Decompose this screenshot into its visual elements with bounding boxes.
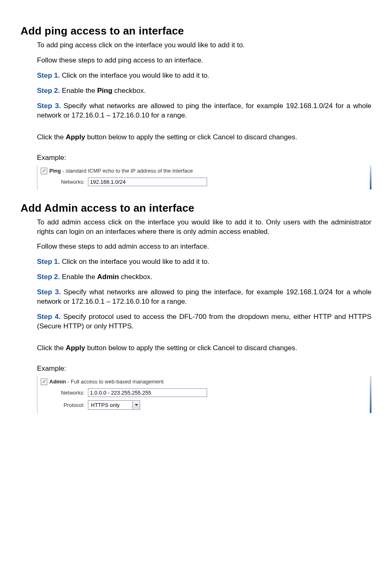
right-accent-bar-2 bbox=[370, 376, 371, 413]
admin-checkbox-row: ✓ Admin - Full access to web-based manag… bbox=[41, 379, 207, 385]
admin-widget: ✓ Admin - Full access to web-based manag… bbox=[37, 376, 371, 413]
s2-step3-text: Specify what networks are allowed to pin… bbox=[37, 288, 371, 305]
step1-bold: Step 1. bbox=[37, 72, 60, 79]
ping-checkbox[interactable]: ✓ bbox=[41, 168, 47, 174]
step2-end: checkbox. bbox=[112, 87, 145, 95]
s2-apply-bold: Apply bbox=[66, 344, 85, 352]
section2-title: Add Admin access to an interface bbox=[21, 202, 371, 215]
step2-check-word: Ping bbox=[97, 87, 113, 95]
section1-apply: Click the Apply button below to apply th… bbox=[37, 133, 371, 142]
ping-check-desc: - standard ICMP echo to the IP address o… bbox=[61, 168, 193, 174]
section2-step4: Step 4. Specify protocol used to access … bbox=[37, 312, 371, 331]
step2-mid: Enable the bbox=[60, 87, 97, 95]
ping-networks-label: Networks: bbox=[55, 179, 85, 185]
section1-step2: Step 2. Enable the Ping checkbox. bbox=[37, 86, 371, 96]
section2-intro: To add admin access click on the interfa… bbox=[37, 218, 371, 237]
section1-follow: Follow these steps to add ping access to… bbox=[37, 56, 371, 65]
step2-bold: Step 2. bbox=[37, 87, 60, 95]
right-accent-bar bbox=[370, 165, 371, 189]
section1-intro: To add ping access click on the interfac… bbox=[37, 41, 371, 50]
apply-bold: Apply bbox=[66, 133, 85, 141]
section2-step2: Step 2. Enable the Admin checkbox. bbox=[37, 272, 371, 282]
admin-protocol-label: Protocol: bbox=[55, 402, 85, 408]
section1-title: Add ping access to an interface bbox=[21, 25, 371, 37]
s2-apply-pre: Click the bbox=[37, 344, 66, 352]
admin-checkbox[interactable]: ✓ bbox=[41, 379, 47, 385]
admin-protocol-line: Protocol: HTTPS only bbox=[55, 400, 207, 410]
step1-text: Click on the interface you would like to… bbox=[60, 72, 210, 79]
s2-step1-bold: Step 1. bbox=[37, 258, 60, 266]
s2-step2-bold: Step 2. bbox=[37, 273, 60, 281]
s2-step2-mid: Enable the bbox=[60, 273, 97, 281]
apply-post: button below to apply the setting or cli… bbox=[85, 133, 297, 141]
section2-example-label: Example: bbox=[37, 365, 371, 373]
ping-widget: ✓ Ping - standard ICMP echo to the IP ad… bbox=[37, 165, 371, 189]
admin-networks-label: Networks: bbox=[55, 390, 85, 396]
ping-checkbox-row: ✓ Ping - standard ICMP echo to the IP ad… bbox=[41, 168, 207, 174]
admin-protocol-select[interactable]: HTTPS only bbox=[88, 400, 140, 410]
section1-step3: Step 3. Specify what networks are allowe… bbox=[37, 102, 371, 120]
ping-check-label: Ping bbox=[49, 168, 61, 174]
section2-follow: Follow these steps to add admin access t… bbox=[37, 242, 371, 252]
check-icon: ✓ bbox=[42, 379, 46, 384]
ping-networks-line: Networks: bbox=[55, 178, 207, 186]
admin-check-desc: - Full access to web-based management bbox=[66, 379, 164, 385]
section1-example-label: Example: bbox=[37, 154, 371, 162]
s2-step1-text: Click on the interface you would like to… bbox=[60, 258, 210, 266]
check-icon: ✓ bbox=[42, 169, 46, 173]
step3-bold: Step 3. bbox=[37, 102, 61, 110]
section2-apply: Click the Apply button below to apply th… bbox=[37, 344, 371, 353]
apply-pre: Click the bbox=[37, 133, 66, 141]
admin-networks-line: Networks: bbox=[55, 388, 207, 397]
admin-protocol-value: HTTPS only bbox=[88, 402, 132, 408]
step3-text: Specify what networks are allowed to pin… bbox=[37, 102, 371, 119]
chevron-down-icon bbox=[132, 401, 140, 409]
s2-step2-end: checkbox. bbox=[119, 273, 152, 281]
section2-step3: Step 3. Specify what networks are allowe… bbox=[37, 288, 371, 307]
s2-step2-check-word: Admin bbox=[97, 273, 119, 281]
admin-networks-input[interactable] bbox=[88, 388, 207, 397]
s2-step4-text: Specify protocol used to access the DFL-… bbox=[37, 313, 371, 330]
admin-check-label: Admin bbox=[49, 379, 66, 385]
section2-step1: Step 1. Click on the interface you would… bbox=[37, 257, 371, 267]
section1-step1: Step 1. Click on the interface you would… bbox=[37, 71, 371, 81]
s2-apply-post: button below to apply the setting or cli… bbox=[85, 344, 297, 352]
s2-step4-bold: Step 4. bbox=[37, 313, 60, 321]
ping-networks-input[interactable] bbox=[88, 178, 207, 186]
s2-step3-bold: Step 3. bbox=[37, 288, 61, 296]
